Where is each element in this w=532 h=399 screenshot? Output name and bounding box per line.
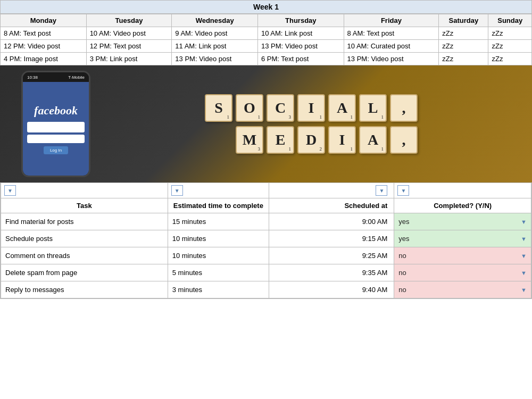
completed-dropdown[interactable]: ▼: [521, 253, 527, 259]
completed-value: no: [398, 286, 406, 294]
completed-value: no: [398, 269, 406, 277]
schedule-cell: 8 AM: Text post: [1, 27, 87, 40]
filter-row: ▼ ▼ ▼ ▼: [1, 183, 531, 198]
task-completed[interactable]: yes▼: [394, 213, 531, 230]
task-column-header: Task: [1, 198, 168, 213]
task-row: Find material for posts15 minutes9:00 AM…: [1, 213, 531, 230]
task-scheduled: 9:00 AM: [269, 213, 394, 230]
task-scheduled: 9:15 AM: [269, 230, 394, 247]
social-media-banner: 10:38 T-Mobile facebook Log In S1O1C3I1A…: [0, 65, 532, 182]
scrabble-tile: ,: [390, 94, 418, 122]
time-filter-button[interactable]: ▼: [171, 185, 183, 196]
task-name: Comment on threads: [1, 247, 168, 264]
tasks-section: ▼ ▼ ▼ ▼ Task Estimated time to complete …: [0, 182, 532, 299]
scrabble-tile: C3: [267, 94, 294, 122]
scrabble-tile: E1: [267, 126, 294, 154]
schedule-cell: 3 PM: Link post: [86, 53, 172, 65]
week-header: Week 1: [0, 0, 532, 14]
task-name: Delete spam from page: [1, 264, 168, 281]
schedule-cell: 13 PM: Video post: [172, 53, 258, 65]
time-column-header: Estimated time to complete: [168, 198, 269, 213]
schedule-table: MondayTuesdayWednesdayThursdayFridaySatu…: [0, 14, 532, 65]
week-title: Week 1: [253, 3, 279, 11]
task-completed[interactable]: no▼: [394, 247, 531, 264]
phone-top-bar: 10:38 T-Mobile: [23, 72, 89, 82]
task-time: 10 minutes: [168, 247, 269, 264]
schedule-day-header: Saturday: [439, 14, 488, 27]
completed-column-header: Completed? (Y/N): [394, 198, 531, 213]
scheduled-column-header: Scheduled at: [269, 198, 394, 213]
task-time: 3 minutes: [168, 281, 269, 298]
scrabble-tile: S1: [205, 94, 232, 122]
task-scheduled: 9:35 AM: [269, 264, 394, 281]
scheduled-filter-button[interactable]: ▼: [376, 185, 387, 196]
schedule-day-header: Tuesday: [86, 14, 172, 27]
schedule-cell: 11 AM: Link post: [172, 40, 258, 53]
phone-input-email: [27, 122, 85, 132]
schedule-cell: 10 AM: Link post: [257, 27, 344, 40]
time-filter-cell: ▼: [168, 183, 269, 198]
scheduled-filter-cell: ▼: [269, 183, 394, 198]
schedule-day-header: Monday: [1, 14, 87, 27]
tasks-table: ▼ ▼ ▼ ▼ Task Estimated time to complete …: [1, 182, 531, 298]
scrabble-tiles-area: S1O1C3I1A1L1, M3E1D2I1A1,: [90, 84, 532, 164]
schedule-cell: zZz: [488, 40, 532, 53]
task-completed[interactable]: no▼: [394, 281, 531, 298]
schedule-cell: 13 PM: Video post: [257, 40, 344, 53]
schedule-day-header: Wednesday: [172, 14, 258, 27]
task-time: 15 minutes: [168, 213, 269, 230]
schedule-day-header: Friday: [344, 14, 439, 27]
task-row: Schedule posts10 minutes9:15 AMyes▼: [1, 230, 531, 247]
completed-dropdown[interactable]: ▼: [521, 236, 527, 242]
completed-value: yes: [398, 235, 409, 243]
schedule-cell: 6 PM: Text post: [257, 53, 344, 65]
facebook-logo: facebook: [34, 104, 78, 118]
schedule-cell: zZz: [439, 27, 488, 40]
phone-screen: facebook Log In: [23, 82, 89, 176]
scrabble-tile: M3: [236, 126, 263, 154]
schedule-row: 8 AM: Text post10 AM: Video post9 AM: Vi…: [1, 27, 532, 40]
phone-login-button: Log In: [44, 146, 68, 154]
scrabble-row-2: M3E1D2I1A1,: [205, 126, 418, 154]
scrabble-tile: A1: [359, 126, 387, 154]
schedule-cell: 10 AM: Curated post: [344, 40, 439, 53]
schedule-row: 4 PM: Image post3 PM: Link post13 PM: Vi…: [1, 53, 532, 65]
task-scheduled: 9:40 AM: [269, 281, 394, 298]
scrabble-tile: O1: [236, 94, 263, 122]
task-row: Reply to messages3 minutes9:40 AMno▼: [1, 281, 531, 298]
schedule-cell: 10 AM: Video post: [86, 27, 172, 40]
scrabble-tile: I1: [328, 126, 356, 154]
scrabble-tile: ,: [390, 126, 418, 154]
task-completed[interactable]: yes▼: [394, 230, 531, 247]
schedule-cell: 4 PM: Image post: [1, 53, 87, 65]
schedule-cell: zZz: [439, 40, 488, 53]
completed-filter-button[interactable]: ▼: [397, 185, 409, 196]
schedule-cell: 13 PM: Video post: [344, 53, 439, 65]
scrabble-tile: A1: [328, 94, 356, 122]
phone-input-password: [27, 135, 85, 143]
task-time: 10 minutes: [168, 230, 269, 247]
scrabble-tile: D2: [297, 126, 325, 154]
task-filter-button[interactable]: ▼: [4, 185, 16, 196]
scrabble-tile: L1: [359, 94, 387, 122]
completed-dropdown[interactable]: ▼: [521, 287, 527, 293]
schedule-row: 12 PM: Video post12 PM: Text post11 AM: …: [1, 40, 532, 53]
schedule-day-header: Sunday: [488, 14, 532, 27]
schedule-cell: zZz: [488, 27, 532, 40]
task-completed[interactable]: no▼: [394, 264, 531, 281]
task-name: Schedule posts: [1, 230, 168, 247]
completed-value: no: [398, 252, 406, 260]
task-row: Comment on threads10 minutes9:25 AMno▼: [1, 247, 531, 264]
task-row: Delete spam from page5 minutes9:35 AMno▼: [1, 264, 531, 281]
tasks-header-row: Task Estimated time to complete Schedule…: [1, 198, 531, 213]
schedule-cell: zZz: [439, 53, 488, 65]
task-name: Reply to messages: [1, 281, 168, 298]
completed-dropdown[interactable]: ▼: [521, 219, 527, 225]
completed-dropdown[interactable]: ▼: [521, 270, 527, 276]
schedule-cell: zZz: [488, 53, 532, 65]
schedule-cell: 9 AM: Video post: [172, 27, 258, 40]
schedule-cell: 12 PM: Video post: [1, 40, 87, 53]
phone-mockup: 10:38 T-Mobile facebook Log In: [21, 71, 90, 177]
completed-filter-cell: ▼: [394, 183, 531, 198]
schedule-cell: 8 AM: Text post: [344, 27, 439, 40]
